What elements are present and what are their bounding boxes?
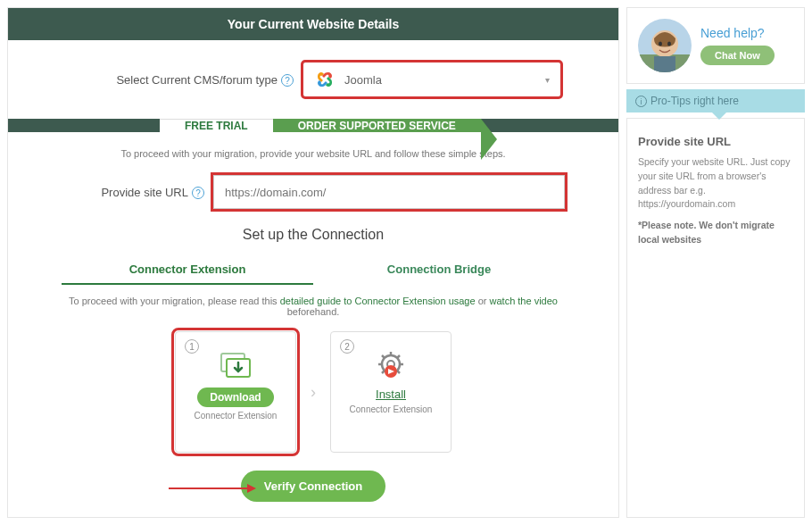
svg-line-8 — [382, 355, 385, 358]
install-sub: Connector Extension — [350, 404, 433, 414]
step-badge: 2 — [340, 339, 354, 354]
main-panel: Your Current Website Details Select Curr… — [7, 7, 619, 518]
url-label: Provide site URL? — [62, 186, 204, 199]
download-button[interactable]: Download — [197, 388, 273, 407]
download-folder-icon — [216, 348, 255, 384]
info-icon: i — [635, 96, 647, 107]
chat-now-button[interactable]: Chat Now — [700, 46, 775, 65]
install-card: 2 Install Connector Extension — [330, 331, 452, 453]
subtab-connector-extension[interactable]: Connector Extension — [62, 255, 313, 285]
cms-label: Select Current CMS/forum type? — [26, 73, 294, 87]
help-icon[interactable]: ? — [192, 187, 204, 199]
arrow-annotation-icon — [169, 481, 258, 496]
guide-link[interactable]: detailed guide to Connector Extension us… — [280, 296, 476, 306]
arrow-separator-icon: › — [311, 383, 316, 402]
install-gear-icon — [371, 348, 410, 384]
avatar — [638, 19, 692, 72]
panel-header: Your Current Website Details — [8, 8, 618, 40]
subtab-connection-bridge[interactable]: Connection Bridge — [313, 255, 565, 285]
svg-point-17 — [659, 42, 662, 46]
cms-value: Joomla — [344, 73, 382, 87]
tab-order-service[interactable]: ORDER SUPPORTED SERVICE — [273, 119, 481, 132]
tips-text: Specify your website URL. Just copy your… — [638, 155, 793, 212]
step-badge: 1 — [185, 339, 199, 354]
install-link[interactable]: Install — [376, 388, 406, 401]
svg-line-9 — [397, 371, 400, 373]
verify-connection-button[interactable]: Verify Connection — [241, 471, 386, 502]
tab-free-trial[interactable]: FREE TRIAL — [160, 119, 273, 132]
cms-dropdown[interactable]: Joomla ▾ — [302, 62, 561, 97]
download-sub: Connector Extension — [195, 411, 278, 421]
download-card: 1 Download Connector Extension — [175, 331, 296, 453]
site-url-input[interactable] — [213, 175, 565, 209]
video-link[interactable]: watch the video — [490, 296, 558, 306]
svg-line-11 — [382, 371, 385, 373]
tips-body: Provide site URL Specify your website UR… — [626, 118, 805, 518]
help-box: Need help? Chat Now — [626, 7, 805, 84]
chevron-down-icon: ▾ — [545, 75, 550, 85]
svg-point-18 — [667, 42, 671, 46]
instruction2-text: To proceed with your migration, please r… — [62, 296, 565, 317]
tips-header: iPro-Tips right here — [626, 89, 805, 112]
help-title: Need help? — [700, 26, 765, 40]
joomla-icon — [314, 69, 336, 90]
tips-note: *Please note. We don't migrate local web… — [638, 219, 793, 247]
help-icon[interactable]: ? — [281, 74, 294, 87]
svg-line-10 — [397, 355, 400, 358]
setup-title: Set up the Connection — [62, 227, 565, 243]
tips-title: Provide site URL — [638, 135, 793, 148]
svg-rect-19 — [654, 56, 675, 72]
